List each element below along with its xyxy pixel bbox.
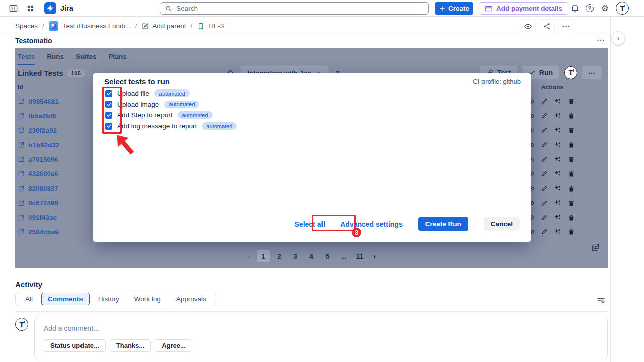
comment-composer[interactable]: Add a comment... Status update... Thanks…	[34, 317, 608, 359]
delete-icon[interactable]	[568, 185, 575, 192]
jira-logo[interactable]	[44, 2, 56, 14]
watch-button[interactable]	[520, 19, 536, 33]
chevron-left-icon: ‹	[617, 34, 620, 42]
sparkles-icon[interactable]	[554, 214, 561, 221]
test-id-link[interactable]: 8c672499	[18, 199, 58, 207]
page-1[interactable]: 1	[257, 250, 270, 262]
test-id-link[interactable]: d9854681	[18, 98, 59, 105]
sidebar-toggle-button[interactable]	[6, 1, 20, 15]
test-id-link[interactable]: fb5a2bf6	[18, 112, 56, 120]
delete-icon[interactable]	[568, 200, 575, 207]
sparkles-icon[interactable]	[554, 228, 561, 236]
test-id-link[interactable]: 82080837	[18, 185, 58, 192]
ellipsis-icon: ⋯	[588, 69, 596, 77]
delete-icon[interactable]	[568, 127, 575, 134]
right-panel	[610, 17, 644, 362]
breadcrumb-issue[interactable]: TIF-3	[197, 22, 224, 30]
share-button[interactable]	[539, 19, 555, 33]
tab-plans[interactable]: Plans	[109, 51, 127, 65]
search-input[interactable]	[175, 4, 424, 13]
sparkles-icon[interactable]	[554, 185, 561, 192]
linked-tests-count-badge: 105	[67, 69, 85, 77]
create-button[interactable]: Create	[435, 2, 473, 15]
quick-reply-agree[interactable]: Agree...	[155, 339, 192, 352]
sparkles-icon[interactable]	[554, 98, 561, 105]
page-4[interactable]: 4	[305, 250, 318, 262]
collapse-panel-button[interactable]: ‹	[611, 31, 625, 45]
tab-all[interactable]: All	[19, 293, 39, 305]
tab-approvals[interactable]: Approvals	[170, 293, 213, 305]
tab-history[interactable]: History	[92, 293, 126, 305]
section-more-button[interactable]: ⋯	[597, 35, 605, 45]
external-link-icon	[18, 156, 25, 163]
edit-icon[interactable]	[541, 170, 548, 177]
quick-reply-thanks[interactable]: Thanks...	[110, 339, 151, 352]
test-option-label: Upload image	[117, 101, 159, 108]
help-button[interactable]: ?	[583, 1, 597, 15]
sparkles-icon[interactable]	[554, 156, 561, 163]
delete-icon[interactable]	[568, 98, 575, 105]
edit-icon[interactable]	[541, 228, 548, 235]
tab-runs[interactable]: Runs	[47, 51, 64, 65]
page-2[interactable]: 2	[273, 250, 286, 262]
breadcrumb-spaces[interactable]: Spaces	[15, 22, 38, 30]
test-id-link[interactable]: 230f2a92	[18, 127, 57, 134]
testomatio-avatar[interactable]: T	[564, 66, 577, 79]
sparkles-icon[interactable]	[554, 127, 561, 134]
test-id-link[interactable]: a7015096	[18, 156, 58, 163]
edit-icon[interactable]	[541, 185, 548, 192]
add-payment-details-button[interactable]: Add payment details	[479, 2, 568, 15]
tab-suites[interactable]: Suites	[76, 51, 97, 65]
quick-reply-status-update[interactable]: Status update...	[44, 339, 106, 352]
edit-icon[interactable]	[541, 214, 548, 221]
page-3[interactable]: 3	[289, 250, 302, 262]
delete-icon[interactable]	[568, 228, 575, 235]
widget-more-button[interactable]: ⋯	[582, 66, 602, 79]
tab-comments[interactable]: Comments	[41, 293, 90, 305]
credit-card-icon	[485, 5, 493, 13]
add-parent-button[interactable]: Add parent	[141, 22, 186, 30]
prev-page-icon[interactable]: ‹	[244, 252, 254, 260]
cancel-button[interactable]: Cancel	[484, 217, 520, 231]
breadcrumb-project[interactable]: Test iBusiness Fundi...	[63, 22, 131, 30]
test-option-label: Add log message to report	[117, 122, 197, 130]
sparkles-icon[interactable]	[554, 170, 561, 177]
notifications-button[interactable]	[568, 1, 582, 15]
next-page-icon[interactable]: ›	[370, 252, 380, 260]
tab-work-log[interactable]: Work log	[128, 293, 168, 305]
delete-icon[interactable]	[568, 141, 575, 148]
sparkles-icon[interactable]	[554, 112, 561, 120]
delete-icon[interactable]	[568, 156, 575, 163]
sparkles-icon[interactable]	[554, 141, 561, 149]
edit-icon[interactable]	[541, 112, 548, 119]
edit-icon[interactable]	[541, 200, 548, 207]
test-id-link[interactable]: 432680a6	[18, 170, 58, 177]
sparkles-icon[interactable]	[554, 199, 561, 207]
external-link-icon	[18, 200, 25, 207]
more-actions-button[interactable]: ⋯	[558, 19, 574, 33]
external-link-icon	[18, 170, 25, 177]
delete-icon[interactable]	[568, 112, 575, 119]
settings-button[interactable]: ⚙	[598, 1, 612, 15]
delete-icon[interactable]	[568, 214, 575, 221]
test-id-link[interactable]: b1b92d32	[18, 141, 59, 149]
sort-comments-icon[interactable]	[596, 296, 606, 305]
comment-placeholder[interactable]: Add a comment...	[44, 324, 99, 332]
edit-icon[interactable]	[541, 98, 548, 105]
tab-tests[interactable]: Tests	[18, 51, 35, 65]
page-11[interactable]: 11	[354, 250, 366, 262]
edit-icon[interactable]	[541, 127, 548, 134]
test-id-link[interactable]: 2504cba9	[18, 228, 59, 236]
app-switcher-button[interactable]	[23, 1, 37, 15]
user-avatar[interactable]: T	[616, 2, 629, 15]
edit-icon[interactable]	[541, 156, 548, 163]
create-run-button[interactable]: Create Run	[418, 217, 468, 231]
delete-icon[interactable]	[568, 170, 575, 177]
edit-icon[interactable]	[541, 141, 548, 148]
test-option-row: Add Step to report automated	[105, 110, 237, 121]
page-5[interactable]: 5	[321, 250, 334, 262]
external-link-icon	[18, 228, 25, 235]
search-bar[interactable]	[160, 2, 429, 15]
test-id-link[interactable]: 091f43ae	[18, 214, 57, 221]
automated-badge: automated	[178, 111, 213, 119]
